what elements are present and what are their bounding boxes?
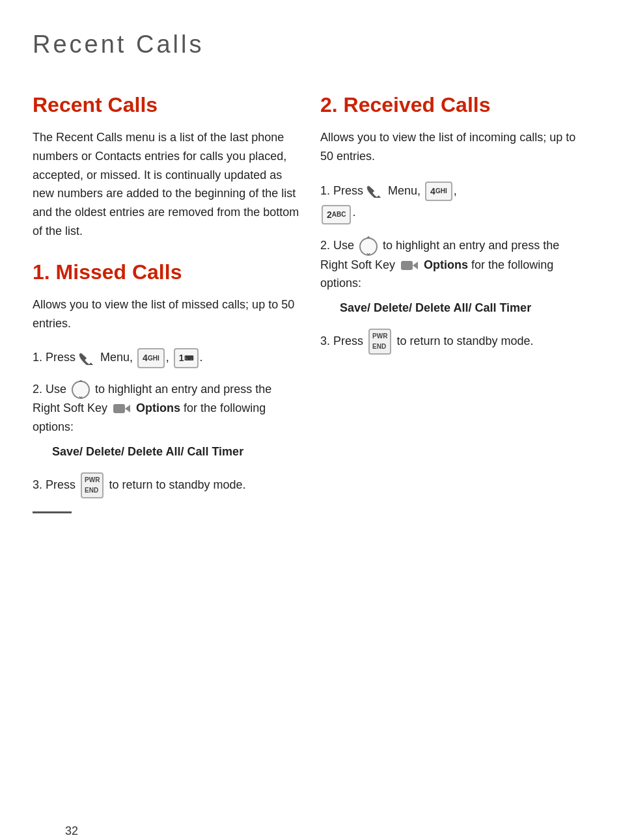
- key-4-sup: GHI: [148, 353, 159, 364]
- two-column-layout: Recent Calls The Recent Calls menu is a …: [33, 89, 588, 513]
- right-column: 2. Received Calls Allows you to view the…: [320, 89, 588, 513]
- svg-marker-1: [125, 405, 130, 413]
- received-step-1: 1. Press Menu, 4GHI, 2ABC.: [320, 182, 588, 225]
- svg-rect-0: [113, 404, 125, 413]
- missed-step-2: 2. Use ⌃⌄ to highlight an entry and pres…: [33, 380, 301, 461]
- r-end-key-icon: PWREND: [368, 329, 391, 355]
- received-step2-options: Options: [424, 258, 468, 271]
- missed-sub-options: Save/ Delete/ Delete All/ Call Timer: [52, 443, 301, 461]
- page-wrapper: Recent Calls Recent Calls The Recent Cal…: [33, 26, 588, 840]
- received-step3-text: to return to standby mode.: [396, 334, 533, 347]
- divider-line: [33, 511, 72, 513]
- missed-step1-label: 1. Press: [33, 351, 76, 364]
- missed-calls-body: Allows you to view the list of missed ca…: [33, 295, 301, 333]
- r-nav-circle-icon: ⌃⌄: [359, 237, 378, 256]
- missed-step1-menu: Menu,: [100, 351, 133, 364]
- soft-key-icon: [113, 403, 131, 414]
- svg-marker-3: [413, 262, 418, 269]
- r-key-2-abc: 2ABC: [322, 205, 351, 224]
- received-step3-label: 3. Press: [320, 334, 363, 347]
- recent-calls-body: The Recent Calls menu is a list of the l…: [33, 128, 301, 241]
- key-4-ghi: 4GHI: [137, 348, 165, 368]
- r-soft-key-icon: [400, 260, 419, 271]
- received-step-2: 2. Use ⌃⌄ to highlight an entry and pres…: [320, 236, 588, 317]
- end-key-icon: PWREND: [81, 472, 104, 498]
- received-sub-options: Save/ Delete/ Delete All/ Call Timer: [340, 299, 588, 317]
- svg-rect-2: [401, 261, 413, 270]
- missed-step-1: 1. Press Menu, 4GHI, 1⌨.: [33, 348, 301, 368]
- missed-step3-label: 3. Press: [33, 478, 76, 491]
- page-title: Recent Calls: [33, 26, 588, 63]
- received-step-3: 3. Press PWREND to return to standby mod…: [320, 329, 588, 355]
- received-calls-title: 2. Received Calls: [320, 89, 588, 120]
- left-column: Recent Calls The Recent Calls menu is a …: [33, 89, 301, 513]
- received-step1-menu: Menu,: [388, 184, 421, 197]
- r-key-2-sup: ABC: [332, 210, 346, 220]
- handset-icon-right: [366, 185, 383, 198]
- recent-calls-title: Recent Calls: [33, 89, 301, 120]
- missed-step2-options: Options: [136, 401, 180, 414]
- missed-step2-label: 2. Use: [33, 383, 66, 396]
- r-key-4-ghi: 4GHI: [425, 182, 452, 201]
- missed-calls-title: 1. Missed Calls: [33, 256, 301, 288]
- received-step2-label: 2. Use: [320, 239, 354, 252]
- handset-icon: [79, 352, 96, 365]
- received-step1-label: 1. Press: [320, 184, 363, 197]
- received-calls-body: Allows you to view the list of incoming …: [320, 128, 588, 166]
- key-1-sym: 1⌨: [174, 348, 199, 368]
- missed-step3-text: to return to standby mode.: [109, 478, 245, 491]
- key-1-sup: ⌨: [184, 353, 193, 364]
- r-key-4-sup: GHI: [435, 186, 447, 196]
- page-number: 32: [65, 822, 78, 840]
- missed-step-3: 3. Press PWREND to return to standby mod…: [33, 472, 301, 498]
- nav-circle-icon: ⌃⌄: [72, 381, 90, 399]
